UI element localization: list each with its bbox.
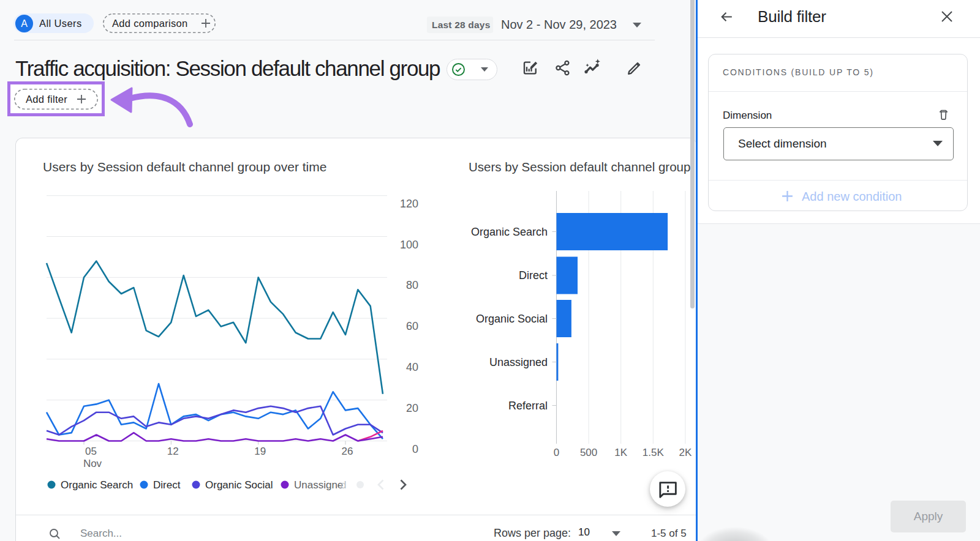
svg-text:Direct: Direct [519,269,548,282]
svg-text:05: 05 [85,446,97,457]
svg-text:Organic Social: Organic Social [476,313,548,325]
svg-text:100: 100 [400,239,418,251]
svg-text:1.5K: 1.5K [643,447,665,458]
svg-text:0: 0 [412,443,418,455]
svg-text:19: 19 [254,446,266,457]
svg-text:26: 26 [342,446,353,457]
svg-text:60: 60 [406,320,418,332]
svg-text:0: 0 [554,447,559,458]
svg-text:Organic Social: Organic Social [205,479,273,491]
svg-text:2K: 2K [679,447,692,458]
svg-text:120: 120 [400,198,418,210]
svg-text:Users by Session default chann: Users by Session default channel group o… [43,160,326,174]
svg-text:Organic Search: Organic Search [471,226,548,238]
svg-text:Referral: Referral [508,400,548,412]
svg-text:80: 80 [406,279,418,291]
svg-text:Organic Search: Organic Search [61,479,133,491]
svg-text:Unassigne: Unassigne [294,479,343,491]
svg-text:20: 20 [406,402,418,414]
svg-text:d: d [341,479,346,491]
svg-text:40: 40 [406,361,418,373]
svg-text:12: 12 [167,446,179,457]
svg-text:Unassigned: Unassigned [489,356,548,368]
svg-text:1K: 1K [614,447,627,458]
svg-text:Users by Session default chann: Users by Session default channel group [469,160,690,174]
svg-text:Nov: Nov [83,458,102,469]
svg-text:500: 500 [580,447,597,458]
svg-text:Direct: Direct [153,479,181,491]
